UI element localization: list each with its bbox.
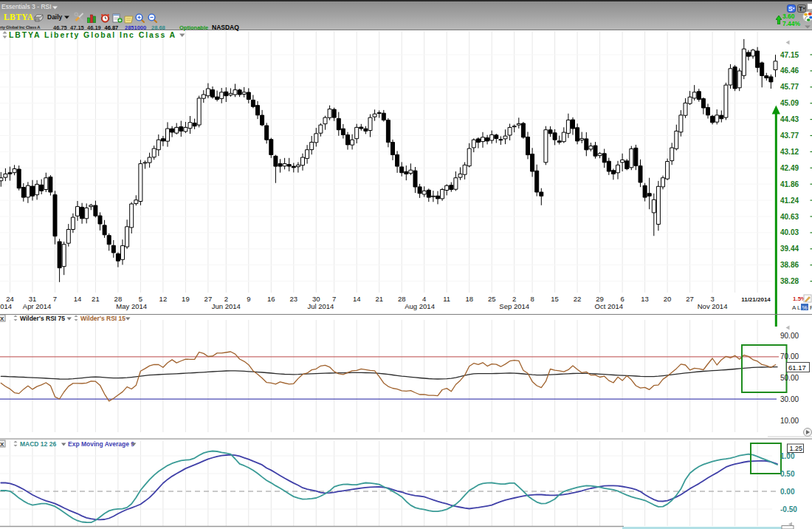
svg-text:39.44: 39.44 <box>780 245 799 253</box>
svg-text:14: 14 <box>353 295 361 303</box>
svg-text:MACD 12 26: MACD 12 26 <box>20 440 56 448</box>
svg-text:25: 25 <box>488 295 496 303</box>
svg-text:8: 8 <box>530 295 534 303</box>
svg-text:%: % <box>802 304 808 311</box>
svg-text:X: X <box>0 315 4 322</box>
svg-text:27: 27 <box>686 295 694 303</box>
svg-text:43.77: 43.77 <box>780 132 799 140</box>
svg-text:Exp Moving Average 9: Exp Moving Average 9 <box>68 440 134 448</box>
svg-text:11: 11 <box>443 295 450 303</box>
svg-text:21: 21 <box>92 295 100 303</box>
svg-text:1.00: 1.00 <box>780 452 795 460</box>
svg-text:27: 27 <box>204 295 213 303</box>
svg-text:Apr 2014: Apr 2014 <box>23 302 52 310</box>
svg-text:18: 18 <box>465 295 473 303</box>
svg-text:47.15: 47.15 <box>780 51 799 59</box>
svg-text:40.63: 40.63 <box>780 213 799 221</box>
svg-text:19: 19 <box>182 295 190 303</box>
svg-text:43.12: 43.12 <box>780 148 799 156</box>
svg-text:1.25: 1.25 <box>790 445 803 452</box>
svg-text:0.50: 0.50 <box>780 470 795 478</box>
svg-text:Sep 2014: Sep 2014 <box>499 302 529 310</box>
svg-text:22: 22 <box>574 295 582 303</box>
svg-text:Aug 2014: Aug 2014 <box>405 302 435 310</box>
svg-text:40.03: 40.03 <box>780 228 799 236</box>
svg-text:45.77: 45.77 <box>780 83 799 91</box>
svg-text:Nov 2014: Nov 2014 <box>698 302 728 310</box>
svg-text:20: 20 <box>664 295 672 303</box>
svg-text:50.00: 50.00 <box>780 374 799 382</box>
svg-text:90.00: 90.00 <box>780 332 799 340</box>
svg-text:Mar 2014: Mar 2014 <box>0 302 12 310</box>
svg-text:Wilder's RSI 75: Wilder's RSI 75 <box>20 315 65 322</box>
svg-text:13: 13 <box>641 295 649 303</box>
svg-text:Oct 2014: Oct 2014 <box>595 302 624 310</box>
svg-text:Jun 2014: Jun 2014 <box>212 302 241 310</box>
svg-text:16: 16 <box>267 295 275 303</box>
svg-text:May 2014: May 2014 <box>116 302 147 310</box>
svg-text:0.00: 0.00 <box>780 488 795 496</box>
svg-text:41.86: 41.86 <box>780 180 799 188</box>
svg-text:10.00: 10.00 <box>780 417 799 425</box>
svg-text:-0.50: -0.50 <box>780 505 797 513</box>
svg-text:15: 15 <box>551 295 559 303</box>
svg-text:21: 21 <box>375 295 383 303</box>
svg-text:38.86: 38.86 <box>780 261 799 269</box>
svg-text:A L: A L <box>792 304 801 311</box>
svg-text:12: 12 <box>159 295 168 303</box>
svg-text:23: 23 <box>290 295 298 303</box>
svg-text:41.24: 41.24 <box>780 197 799 205</box>
svg-text:7: 7 <box>53 295 57 303</box>
svg-text:Wilder's RSI 15: Wilder's RSI 15 <box>80 315 125 322</box>
svg-text:61.17: 61.17 <box>788 364 806 372</box>
svg-text:9: 9 <box>247 295 250 303</box>
svg-text:14: 14 <box>74 295 82 303</box>
svg-text:42.49: 42.49 <box>780 164 799 172</box>
svg-text:38.28: 38.28 <box>780 277 799 285</box>
svg-text:11/21/2014: 11/21/2014 <box>741 296 771 303</box>
svg-text:LBTYA Liberty Global Inc Class: LBTYA Liberty Global Inc Class A <box>9 30 176 39</box>
svg-text:45.09: 45.09 <box>780 99 799 107</box>
svg-text:S: S <box>788 5 793 13</box>
svg-text:70.00: 70.00 <box>780 352 799 361</box>
svg-text:44.43: 44.43 <box>780 115 799 123</box>
svg-text:Jul 2014: Jul 2014 <box>307 302 334 310</box>
svg-text:X: X <box>0 441 4 448</box>
svg-text:30.00: 30.00 <box>780 395 799 403</box>
svg-text:46.46: 46.46 <box>780 66 799 75</box>
